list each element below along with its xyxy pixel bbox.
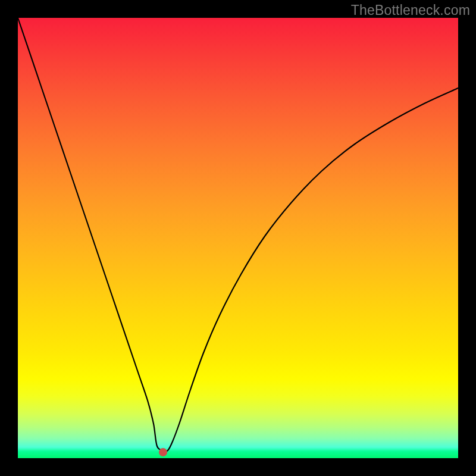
curve-line: [18, 18, 458, 451]
chart-svg: [18, 18, 458, 458]
watermark-text: TheBottleneck.com: [351, 2, 470, 18]
chart-frame: TheBottleneck.com: [0, 0, 476, 476]
plot-area: [18, 18, 458, 458]
bottleneck-curve: [18, 18, 458, 451]
vertex-marker: [159, 448, 167, 456]
